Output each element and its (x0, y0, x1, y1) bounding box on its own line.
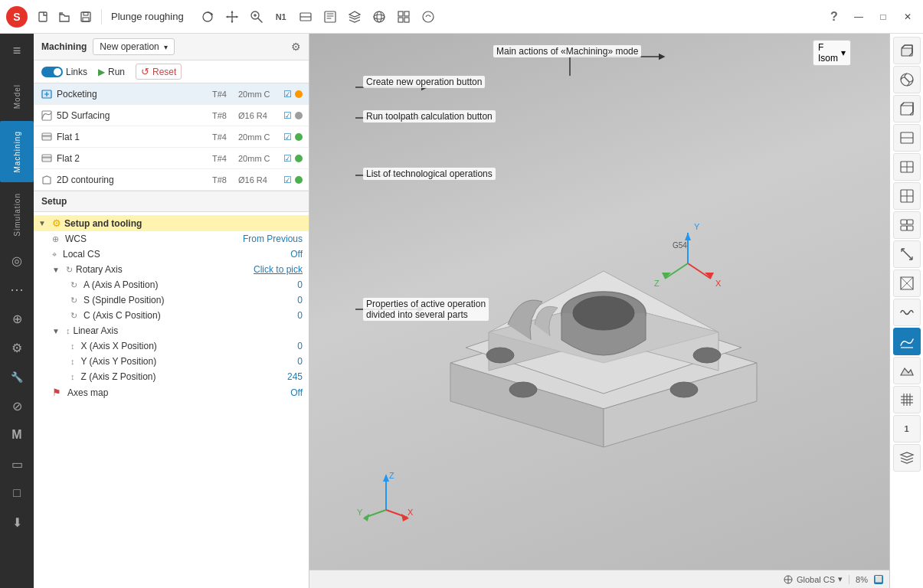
axis-z-item[interactable]: ↕ Z (Axis Z Position) 245 (34, 369, 309, 384)
rt-layers-view[interactable] (893, 444, 921, 472)
file-save-icon[interactable] (77, 8, 95, 26)
3d-view[interactable]: Y X Z G54 (309, 34, 889, 570)
axis-y-value[interactable]: 0 (297, 356, 303, 367)
rt-display3[interactable] (893, 182, 921, 210)
operation-flat1[interactable]: Flat 1 T#4 20mm C ☑ (34, 126, 309, 148)
axis-c-item[interactable]: ↻ C (Axis C Position) 0 (34, 308, 309, 323)
run-button[interactable]: ▶ Run (93, 65, 129, 79)
wcs-value[interactable]: From Previous (243, 234, 303, 244)
sidebar-item-settings[interactable]: ⚙ (3, 334, 31, 361)
operation-flat2[interactable]: Flat 2 T#4 20mm C ☑ (34, 148, 309, 169)
toolbar-pan[interactable] (221, 5, 244, 28)
help-icon[interactable]: ? (825, 8, 843, 26)
panel-settings-icon[interactable]: ⚙ (291, 41, 301, 53)
rotary-expand-icon[interactable]: ▼ (52, 266, 63, 274)
sidebar-item-square[interactable]: □ (3, 479, 31, 507)
axis-x-item[interactable]: ↕ X (Axis X Position) 0 (34, 338, 309, 354)
sidebar-item-crosshair[interactable]: ⊕ (3, 305, 31, 332)
op-surfacing-check[interactable]: ☑ (283, 110, 292, 121)
op-pocketing-tool: T#4 (212, 90, 235, 99)
sidebar-item-dots[interactable]: ⋯ (3, 276, 31, 303)
maximize-button[interactable]: □ (874, 8, 892, 26)
file-open-icon[interactable] (55, 8, 74, 26)
rt-viewcube[interactable] (893, 37, 921, 64)
sidebar-item-m[interactable]: M (3, 421, 31, 449)
close-button[interactable]: ✕ (898, 8, 917, 26)
axis-x-value[interactable]: 0 (297, 341, 303, 351)
axis-a-value[interactable]: 0 (297, 279, 303, 290)
toolbar-rotate[interactable] (196, 5, 219, 28)
rt-display1[interactable] (893, 124, 921, 152)
operation-2d-contouring[interactable]: 2D contouring T#8 Ø16 R4 ☑ (34, 169, 309, 191)
toolbar-export[interactable] (417, 5, 440, 28)
operation-pocketing[interactable]: Pocketing T#4 20mm C ☑ (34, 83, 309, 105)
sidebar-item-circle[interactable]: ⊘ (3, 392, 31, 420)
3d-model-svg: Y X Z G54 (389, 118, 810, 485)
svg-line-48 (665, 263, 688, 279)
axis-y-item[interactable]: ↕ Y (Axis Y Position) 0 (34, 354, 309, 369)
local-cs-item[interactable]: ⌖ Local CS Off (34, 247, 309, 262)
op-pocketing-check[interactable]: ☑ (283, 89, 292, 100)
rt-wave[interactable] (893, 299, 921, 326)
toolbar-section[interactable] (319, 5, 342, 28)
sidebar-item-target[interactable]: ◎ (3, 247, 31, 274)
links-toggle[interactable]: Links (41, 67, 87, 77)
svg-marker-7 (226, 15, 228, 18)
zoom-icon: ⬜ (874, 575, 883, 584)
new-operation-button[interactable]: New operation ▾ (93, 38, 174, 55)
op-flat2-check[interactable]: ☑ (283, 153, 292, 164)
sidebar-item-machining[interactable]: Machining (0, 121, 34, 182)
toolbar-layers[interactable] (343, 5, 366, 28)
rotary-axis-value[interactable]: Click to pick (254, 264, 303, 275)
operation-5d-surfacing[interactable]: 5D Surfacing T#8 Ø16 R4 ☑ (34, 105, 309, 126)
rotary-axis-header[interactable]: ▼ ↻ Rotary Axis Click to pick (34, 262, 309, 277)
rt-wireframe[interactable] (893, 95, 921, 122)
rt-shading[interactable] (893, 66, 921, 93)
rt-number1[interactable]: 1 (893, 415, 921, 443)
rt-display4[interactable] (893, 211, 921, 239)
sidebar-item-rect[interactable]: ▭ (3, 450, 31, 478)
setup-tooling-expand-icon[interactable]: ▼ (38, 219, 49, 227)
axis-z-value[interactable]: 245 (287, 371, 303, 382)
axes-map-icon: ⚑ (52, 387, 61, 398)
file-new-icon[interactable] (34, 8, 52, 26)
links-switch[interactable] (41, 67, 63, 77)
op-contouring-check[interactable]: ☑ (283, 175, 292, 185)
toolbar-zoom[interactable] (245, 5, 268, 28)
sidebar-item-wrench[interactable]: 🔧 (3, 363, 31, 390)
setup-tooling-header[interactable]: ▼ ⚙ Setup and tooling (34, 215, 309, 231)
linear-axis-header[interactable]: ▼ ↕ Linear Axis (34, 323, 309, 338)
toolbar-grid[interactable] (392, 5, 415, 28)
cs-selector[interactable]: Global CS ▾ (783, 574, 843, 585)
cs-dropdown-icon[interactable]: ▾ (838, 574, 843, 584)
toolbar-render[interactable] (368, 5, 391, 28)
axes-map-item[interactable]: ⚑ Axes map Off (34, 384, 309, 400)
sidebar-item-model[interactable]: Model (0, 74, 34, 119)
view-selector[interactable]: F Isom ▾ (813, 40, 851, 66)
rt-display2[interactable] (893, 153, 921, 181)
toolbar-cut[interactable] (294, 5, 317, 28)
linear-expand-icon[interactable]: ▼ (52, 327, 63, 335)
rt-surface[interactable] (893, 328, 921, 355)
svg-rect-19 (404, 11, 409, 16)
rt-pattern[interactable] (893, 270, 921, 297)
axes-map-value[interactable]: Off (290, 387, 303, 398)
rt-grid-view[interactable] (893, 386, 921, 413)
wcs-item[interactable]: ⊕ WCS From Previous (34, 231, 309, 247)
toolbar-n1[interactable]: N1 (270, 5, 293, 28)
sidebar-item-down[interactable]: ⬇ (3, 508, 31, 536)
axis-c-value[interactable]: 0 (297, 310, 303, 321)
rt-measure[interactable] (893, 240, 921, 268)
axis-s-value[interactable]: 0 (297, 295, 303, 305)
rt-terrain[interactable] (893, 357, 921, 384)
sidebar-item-simulation[interactable]: Simulation (0, 184, 34, 245)
title-bar: S Plunge roughing N1 (0, 0, 923, 34)
axis-a-item[interactable]: ↻ A (Axis A Position) 0 (34, 277, 309, 292)
local-cs-value[interactable]: Off (290, 249, 303, 260)
minimize-button[interactable]: — (849, 8, 868, 26)
reset-button[interactable]: ↺ Reset (136, 64, 182, 80)
sidebar-item-menu[interactable]: ≡ (3, 37, 31, 64)
op-flat1-check[interactable]: ☑ (283, 132, 292, 142)
svg-point-42 (509, 382, 537, 397)
axis-s-item[interactable]: ↻ S (Spindle Position) 0 (34, 292, 309, 308)
